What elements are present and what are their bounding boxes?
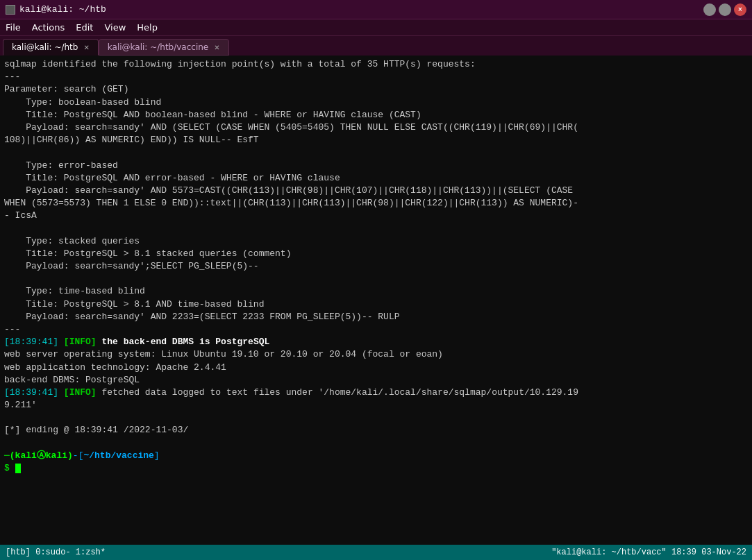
- status-right: "kali@kali: ~/htb/vacc" 18:39 03-Nov-22: [551, 548, 746, 557]
- maximize-button[interactable]: [719, 3, 731, 16]
- menu-actions[interactable]: Actions: [32, 22, 65, 33]
- info-tag-2: [INFO]: [64, 387, 97, 398]
- line-5: Title: PostgreSQL AND boolean-based blin…: [4, 109, 748, 121]
- tab-htb-close[interactable]: ✕: [83, 44, 89, 51]
- menu-file[interactable]: File: [6, 22, 21, 33]
- line-13: Type: stacked queries: [4, 235, 748, 248]
- tab-vaccine[interactable]: kali@kali: ~/htb/vaccine ✕: [99, 39, 229, 56]
- line-17: Title: PostgreSQL > 8.1 AND time-based b…: [4, 298, 748, 311]
- line-8: Type: error-based: [4, 160, 748, 172]
- tab-vaccine-label: kali@kali: ~/htb/vaccine: [108, 42, 208, 52]
- cursor: [15, 464, 21, 473]
- line-15: Payload: search=sandy';SELECT PG_SLEEP(5…: [4, 260, 748, 273]
- status-bar: [htb] 0:sudo- 1:zsh* "kali@kali: ~/htb/v…: [0, 545, 752, 560]
- menu-help[interactable]: Help: [137, 22, 158, 33]
- line-9: Title: PostgreSQL AND error-based - WHER…: [4, 172, 748, 185]
- title-bar-left: kali@kali: ~/htb: [6, 4, 106, 15]
- line-1: sqlmap identified the following injectio…: [4, 58, 748, 71]
- line-12: - IcsA: [4, 210, 748, 222]
- line-20: web server operating system: Linux Ubunt…: [4, 348, 748, 361]
- line-10: Payload: search=sandy' AND 5573=CAST((CH…: [4, 185, 748, 197]
- line-24: [*] ending @ 18:39:41 /2022-11-03/: [4, 424, 748, 436]
- info-tag-1: [INFO]: [64, 337, 97, 347]
- line-14: Title: PostgreSQL > 8.1 stacked queries …: [4, 248, 748, 260]
- line-2: ---: [4, 71, 748, 83]
- line-11: WHEN (5573=5573) THEN 1 ELSE 0 END))::te…: [4, 197, 748, 210]
- line-7: 108)||CHR(86)) AS NUMERIC) END)) IS NULL…: [4, 134, 748, 146]
- prompt-dollar-line[interactable]: $: [4, 462, 748, 475]
- menu-view[interactable]: View: [104, 22, 126, 33]
- prompt-dollar: $: [4, 462, 15, 475]
- line-6: Payload: search=sandy' AND (SELECT (CASE…: [4, 121, 748, 134]
- tab-htb[interactable]: kali@kali: ~/htb ✕: [3, 39, 99, 56]
- line-22: back-end DBMS: PostgreSQL: [4, 374, 748, 387]
- prompt-host: kali): [46, 450, 73, 462]
- prompt-path: ~/htb/vaccine: [83, 450, 153, 462]
- terminal-body: sqlmap identified the following injectio…: [0, 56, 752, 545]
- tabs-bar: kali@kali: ~/htb ✕ kali@kali: ~/htb/vacc…: [0, 36, 752, 56]
- menu-bar: File Actions Edit View Help: [0, 19, 752, 36]
- window-title: kali@kali: ~/htb: [19, 4, 106, 15]
- line-blank-3: [4, 273, 748, 285]
- line-blank-1: [4, 146, 748, 159]
- info-text-1: the back-end DBMS is PostgreSQL: [101, 337, 269, 347]
- line-3: Parameter: search (GET): [4, 83, 748, 96]
- prompt-open-bracket: -[: [73, 450, 84, 462]
- line-info-1: [18:39:41] [INFO] the back-end DBMS is P…: [4, 336, 748, 348]
- timestamp-1: [18:39:41]: [4, 337, 58, 347]
- line-21: web application technology: Apache 2.4.4…: [4, 362, 748, 374]
- title-bar: kali@kali: ~/htb ×: [0, 0, 752, 19]
- window-controls: ×: [703, 3, 746, 16]
- line-4: Type: boolean-based blind: [4, 96, 748, 109]
- status-left: [htb] 0:sudo- 1:zsh*: [6, 548, 106, 557]
- line-16: Type: time-based blind: [4, 285, 748, 298]
- close-button[interactable]: ×: [734, 3, 746, 16]
- line-info-2: [18:39:41] [INFO] fetched data logged to…: [4, 387, 748, 399]
- line-blank-5: [4, 437, 748, 450]
- prompt-close-bracket: ]: [154, 450, 160, 462]
- line-blank-2: [4, 222, 748, 235]
- line-18: Payload: search=sandy' AND 2233=(SELECT …: [4, 311, 748, 323]
- prompt-user: ─(kali: [4, 450, 37, 462]
- prompt-line: ─(kaliⒶkali)-[~/htb/vaccine]: [4, 450, 748, 462]
- minimize-button[interactable]: [703, 3, 716, 16]
- line-blank-4: [4, 411, 748, 424]
- timestamp-2: [18:39:41]: [4, 387, 58, 398]
- line-19: ---: [4, 323, 748, 336]
- tab-htb-label: kali@kali: ~/htb: [12, 42, 78, 52]
- app-icon: [6, 5, 15, 15]
- menu-edit[interactable]: Edit: [76, 22, 93, 33]
- tab-vaccine-close[interactable]: ✕: [214, 44, 219, 51]
- prompt-at-icon: Ⓐ: [37, 450, 46, 462]
- line-23: 9.211': [4, 399, 748, 411]
